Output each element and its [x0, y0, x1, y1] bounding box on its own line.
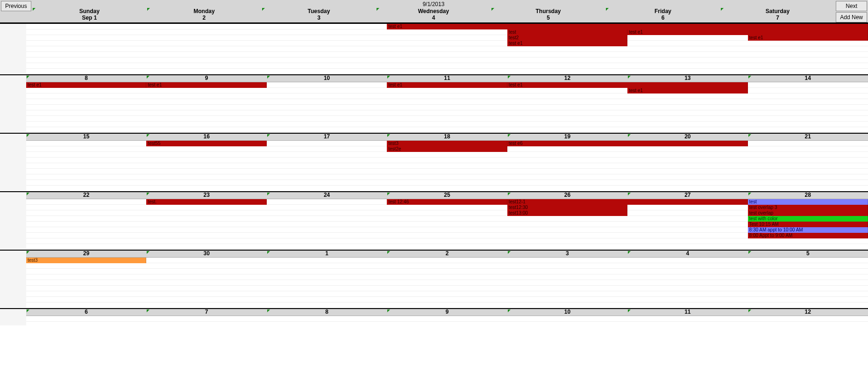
cell-corner-icon — [628, 251, 631, 254]
cell-corner-icon — [147, 193, 149, 195]
date-cell[interactable]: 3 — [507, 251, 627, 257]
event-area: test e1test e1test e1test e1test e1 — [26, 82, 868, 133]
cell-corner-icon — [508, 134, 511, 137]
week-days: test e1testtest2test e1test e1test e1 — [26, 24, 868, 74]
calendar-event[interactable]: test2e — [387, 146, 507, 152]
date-cell[interactable]: 13 — [627, 75, 747, 82]
cell-corner-icon — [267, 309, 270, 312]
add-new-button[interactable]: Add New — [836, 12, 867, 22]
date-cell[interactable]: 24 — [267, 192, 387, 199]
date-cell[interactable]: 8 — [26, 75, 146, 82]
day-number: 6 — [605, 14, 720, 21]
date-cell[interactable]: 23 — [146, 192, 266, 199]
calendar-event[interactable]: test e1 — [507, 82, 748, 88]
calendar-event[interactable]: test12:30 — [507, 205, 627, 210]
date-cell[interactable]: 15 — [26, 134, 146, 140]
date-cell[interactable]: 4 — [627, 251, 747, 257]
date-cell[interactable]: 27 — [627, 192, 747, 199]
calendar-event[interactable]: 8:30 AM appt to 10:00 AM — [748, 227, 868, 233]
calendar-event[interactable]: test e1 — [387, 24, 868, 29]
calendar-event[interactable]: test with color — [748, 216, 868, 222]
date-cell[interactable]: 11 — [627, 309, 747, 316]
day-header[interactable]: Saturday7 — [720, 7, 835, 21]
date-cell[interactable]: 11 — [387, 75, 507, 82]
previous-button[interactable]: Previous — [1, 1, 31, 11]
date-cell[interactable]: 1 — [267, 251, 387, 257]
cell-corner-icon — [508, 309, 511, 312]
date-cell[interactable]: 5 — [748, 251, 868, 257]
calendar-event[interactable]: test e1 — [26, 82, 146, 88]
calendar-event[interactable]: test overlap 3 — [748, 205, 868, 210]
calendar-event[interactable]: test3 — [387, 141, 507, 146]
date-number: 11 — [444, 75, 450, 81]
date-cell[interactable]: 22 — [26, 192, 146, 199]
date-cell[interactable]: 19 — [507, 134, 627, 140]
calendar-event[interactable]: test12-1 — [507, 199, 748, 205]
day-header[interactable]: Tuesday3 — [262, 7, 377, 21]
date-cell[interactable]: 29 — [26, 251, 146, 257]
calendar-event[interactable]: test. — [146, 199, 266, 205]
calendar-event[interactable]: 8:00 Appt to 9:00 AM — [748, 233, 868, 238]
calendar-event[interactable]: test e1 — [627, 88, 747, 94]
date-cell[interactable]: 14 — [748, 75, 868, 82]
day-header[interactable]: Wednesday4 — [376, 7, 491, 21]
cell-corner-icon — [628, 76, 631, 79]
date-cell[interactable]: 17 — [267, 134, 387, 140]
day-header[interactable]: Friday6 — [605, 7, 720, 21]
date-cell[interactable]: 21 — [748, 134, 868, 140]
date-cell[interactable]: 30 — [146, 251, 266, 257]
date-cell[interactable]: 20 — [627, 134, 747, 140]
calendar-event[interactable]: test 12:46 — [387, 199, 507, 205]
calendar-event[interactable]: test55 — [146, 141, 266, 146]
cell-corner-icon — [27, 193, 29, 195]
calendar-event[interactable]: test e1 — [627, 29, 868, 35]
cell-corner-icon — [27, 76, 29, 79]
week-gutter — [0, 192, 26, 250]
date-number: 9 — [446, 309, 449, 315]
date-cell[interactable]: 9 — [146, 75, 266, 82]
event-area: test e1testtest2test e1test e1test e1 — [26, 24, 868, 74]
date-cell[interactable]: 9 — [387, 309, 507, 316]
date-cell[interactable]: 2 — [387, 251, 507, 257]
date-number: 20 — [684, 133, 690, 140]
date-number: 25 — [444, 192, 450, 198]
calendar-event[interactable]: test2 — [507, 35, 627, 41]
date-number: 5 — [806, 250, 810, 257]
cell-corner-icon — [748, 76, 751, 79]
date-cell[interactable]: 7 — [146, 309, 266, 316]
date-cell[interactable]: 16 — [146, 134, 266, 140]
date-cell[interactable]: 26 — [507, 192, 627, 199]
calendar-event[interactable]: test13:00 — [507, 210, 627, 216]
date-cell[interactable]: 28 — [748, 192, 868, 199]
day-name: Thursday — [491, 8, 606, 14]
cell-corner-icon — [267, 134, 270, 137]
day-header[interactable]: Monday2 — [147, 7, 262, 21]
cell-corner-icon — [147, 251, 149, 254]
calendar-event[interactable]: test e6 — [507, 141, 748, 146]
calendar-event[interactable]: test e1 — [146, 82, 266, 88]
date-number: 2 — [446, 250, 449, 257]
date-bar: 22232425262728 — [26, 192, 868, 199]
date-cell[interactable]: 12 — [748, 309, 868, 316]
calendar-event[interactable]: test — [748, 199, 868, 205]
calendar-event[interactable]: test overlap — [748, 210, 868, 216]
day-header[interactable]: Thursday5 — [491, 7, 606, 21]
calendar-event[interactable]: test e1 — [748, 35, 868, 41]
date-cell[interactable]: 18 — [387, 134, 507, 140]
date-cell[interactable]: 25 — [387, 192, 507, 199]
date-cell[interactable]: 10 — [267, 75, 387, 82]
day-header[interactable]: SundaySep 1 — [32, 7, 147, 21]
date-bar: 6789101112 — [26, 309, 868, 316]
calendar-event[interactable]: test e1 — [507, 41, 627, 46]
calendar-event[interactable]: test e1 — [387, 82, 507, 88]
calendar-event[interactable]: Test 10:15 AM — [748, 222, 868, 227]
date-cell[interactable]: 6 — [26, 309, 146, 316]
cell-corner-icon — [508, 193, 511, 195]
next-button[interactable]: Next — [836, 1, 867, 11]
date-bar: 891011121314 — [26, 75, 868, 82]
date-cell[interactable]: 10 — [507, 309, 627, 316]
calendar-event[interactable]: test3 — [26, 258, 146, 263]
calendar-event[interactable]: test — [507, 29, 627, 35]
date-cell[interactable]: 12 — [507, 75, 627, 82]
date-cell[interactable]: 8 — [267, 309, 387, 316]
